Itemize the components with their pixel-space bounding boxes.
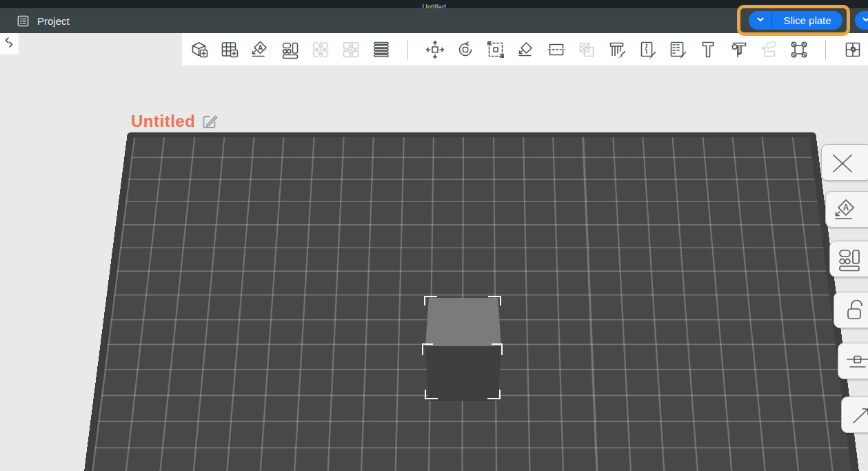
selection-bracket bbox=[492, 343, 503, 355]
fuzzy-skin-button[interactable] bbox=[667, 39, 688, 60]
rotate-button[interactable] bbox=[454, 39, 476, 60]
project-menu-label: Project bbox=[37, 15, 70, 27]
right-delete-button[interactable] bbox=[821, 144, 868, 181]
slice-plate-button[interactable]: Slice plate bbox=[772, 11, 842, 30]
scale-button[interactable] bbox=[485, 39, 506, 60]
seam-painting-button[interactable] bbox=[636, 39, 658, 60]
right-scale-button[interactable] bbox=[841, 397, 868, 433]
right-lock-button[interactable] bbox=[834, 292, 868, 328]
viewport-3d[interactable]: A bbox=[0, 33, 868, 471]
project-menu[interactable]: Project bbox=[17, 14, 70, 28]
project-list-icon bbox=[17, 14, 30, 28]
sidebar-collapse-button[interactable] bbox=[0, 33, 19, 54]
slice-plate-label: Slice plate bbox=[783, 14, 831, 26]
plate-name-label: Untitled bbox=[131, 112, 195, 131]
svg-text:A: A bbox=[257, 43, 262, 51]
text-button[interactable] bbox=[697, 39, 718, 60]
add-object-button[interactable] bbox=[188, 39, 210, 60]
cut-button[interactable] bbox=[545, 39, 567, 60]
mesh-boolean-button bbox=[576, 39, 597, 60]
window-titlebar: Untitled bbox=[0, 0, 868, 8]
split-to-objects-button bbox=[310, 39, 331, 60]
assembly-button bbox=[758, 39, 779, 60]
lay-on-face-button[interactable] bbox=[515, 39, 536, 60]
chevrons-collapse-icon bbox=[3, 36, 17, 52]
svg-text:A: A bbox=[843, 203, 849, 212]
move-button[interactable] bbox=[424, 39, 445, 60]
chevron-down-icon bbox=[755, 14, 766, 28]
selection-bracket bbox=[487, 390, 501, 399]
support-painting-button[interactable] bbox=[606, 39, 627, 60]
auto-orient-button[interactable]: A bbox=[249, 39, 270, 60]
toolbar-separator bbox=[825, 40, 826, 59]
slice-plate-button-group: Slice plate bbox=[749, 11, 842, 30]
toolbar-separator bbox=[407, 40, 408, 59]
selection-bracket bbox=[425, 390, 438, 399]
top-menubar: Project bbox=[0, 8, 868, 33]
edit-plate-name-icon[interactable] bbox=[201, 113, 219, 130]
window-title: Untitled bbox=[423, 3, 446, 8]
arrange-button[interactable] bbox=[279, 39, 301, 60]
right-arrange-button[interactable] bbox=[829, 241, 868, 277]
selection-bracket bbox=[488, 296, 501, 305]
right-split-button[interactable] bbox=[838, 343, 868, 379]
selection-bracket bbox=[422, 343, 433, 355]
selection-bracket bbox=[424, 296, 437, 305]
chevron-down-icon bbox=[860, 14, 868, 28]
slice-options-dropdown[interactable] bbox=[749, 11, 772, 30]
right-auto-orient-button[interactable]: A bbox=[825, 191, 868, 228]
variable-layer-height-button[interactable] bbox=[370, 39, 392, 60]
add-plate-button[interactable] bbox=[219, 39, 240, 60]
measure-button[interactable] bbox=[727, 39, 749, 60]
main-toolbar: A bbox=[182, 33, 868, 66]
plate-name-group: Untitled bbox=[131, 112, 219, 131]
split-to-parts-button bbox=[340, 39, 361, 60]
exploded-view-button[interactable] bbox=[788, 39, 809, 60]
plugins-button[interactable] bbox=[842, 39, 863, 60]
